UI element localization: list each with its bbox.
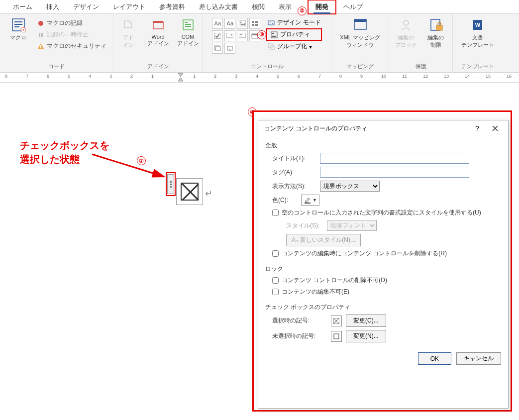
- restrict-icon: [428, 17, 444, 33]
- svg-rect-40: [354, 19, 366, 22]
- xml-mapping-button[interactable]: XML マッピング ウィンドウ: [336, 16, 384, 49]
- group-addins: アド イン Word アドイン COM アドイン アドイン: [113, 14, 203, 72]
- chevron-down-icon: ▼: [312, 198, 317, 203]
- tag-input[interactable]: [320, 167, 469, 178]
- color-picker[interactable]: ▼: [301, 195, 319, 206]
- svg-rect-23: [226, 33, 233, 38]
- tab-home[interactable]: ホーム: [6, 0, 39, 13]
- no-delete-label: コンテンツ コントロールの削除不可(D): [282, 276, 387, 285]
- no-edit-checkbox[interactable]: [272, 289, 279, 295]
- document-template-button[interactable]: W 文書 テンプレート: [458, 16, 498, 49]
- tab-help[interactable]: ヘルプ: [336, 0, 370, 13]
- design-mode-button[interactable]: デザイン モード: [266, 18, 321, 27]
- addin-label: アド イン: [123, 34, 134, 49]
- paint-icon: [304, 197, 311, 204]
- svg-rect-34: [272, 33, 274, 34]
- properties-button[interactable]: ③ プロパティ: [266, 28, 321, 41]
- cancel-button[interactable]: キャンセル: [456, 352, 501, 365]
- style-label: スタイル(S):: [286, 221, 323, 230]
- no-delete-checkbox[interactable]: [272, 277, 279, 284]
- display-select[interactable]: 境界ボックス: [320, 181, 380, 192]
- svg-text:W: W: [475, 22, 481, 28]
- svg-rect-15: [185, 26, 191, 27]
- ribbon-body: マクロ マクロの記録 記録の一時停止 マクロのセキュリティ コード: [0, 14, 519, 73]
- group-protect-label: 保護: [415, 63, 426, 71]
- tab-layout[interactable]: レイアウト: [106, 0, 152, 13]
- com-icon: [180, 17, 196, 33]
- design-mode-label: デザイン モード: [277, 18, 320, 27]
- svg-point-41: [404, 20, 409, 25]
- dialog-help-button[interactable]: ?: [468, 121, 486, 135]
- building-block-control[interactable]: [249, 18, 260, 29]
- content-control-handle[interactable]: [167, 174, 174, 194]
- svg-rect-11: [153, 21, 163, 23]
- restrict-label: 編集の 制限: [427, 34, 444, 49]
- group-addins-label: アドイン: [147, 63, 169, 71]
- svg-rect-30: [215, 47, 220, 51]
- macro-security-button[interactable]: マクロのセキュリティ: [35, 41, 108, 51]
- tab-developer[interactable]: 開発: [308, 0, 336, 14]
- plain-text-control[interactable]: Aa: [224, 18, 235, 29]
- change-unchecked-button[interactable]: 変更(N)...: [346, 330, 386, 342]
- tag-label: タグ(A):: [272, 168, 316, 177]
- record-macro-button[interactable]: マクロの記録: [35, 18, 108, 28]
- macro-icon: [10, 17, 26, 33]
- pause-icon: [37, 31, 45, 39]
- store-icon: [150, 17, 166, 33]
- svg-rect-14: [185, 24, 191, 25]
- indent-marker[interactable]: [178, 73, 184, 82]
- style-select: 段落フォント: [327, 220, 377, 231]
- marker-3: ③: [257, 30, 266, 39]
- rich-text-control[interactable]: Aa: [212, 18, 223, 29]
- dialog-close-button[interactable]: [486, 121, 504, 135]
- svg-rect-20: [252, 24, 254, 26]
- macros-button[interactable]: マクロ: [5, 16, 32, 41]
- legacy-tools[interactable]: [224, 43, 235, 54]
- tab-review[interactable]: 校閲: [245, 0, 272, 13]
- block-label: 編集の ブロック: [395, 34, 417, 49]
- ok-button[interactable]: OK: [418, 352, 451, 365]
- change-checked-button[interactable]: 変更(C)...: [346, 315, 386, 327]
- dropdown-control[interactable]: [237, 30, 248, 41]
- tab-view[interactable]: 表示: [272, 0, 299, 13]
- remove-on-edit-checkbox[interactable]: [272, 250, 279, 257]
- svg-rect-49: [334, 334, 339, 339]
- section-lock: ロック: [265, 265, 501, 273]
- block-icon: [398, 17, 414, 33]
- repeating-control[interactable]: [212, 43, 223, 54]
- title-input[interactable]: [320, 153, 469, 164]
- xml-label: XML マッピング ウィンドウ: [340, 34, 380, 49]
- group-template-label: テンプレート: [461, 63, 494, 71]
- svg-rect-22: [214, 33, 220, 39]
- checkbox-control[interactable]: [212, 30, 223, 41]
- group-protect: 編集の ブロック 編集の 制限 保護: [389, 14, 453, 72]
- svg-rect-26: [240, 36, 242, 36]
- properties-label: プロパティ: [280, 30, 310, 39]
- display-label: 表示方法(S):: [272, 182, 316, 191]
- xml-icon: [352, 17, 368, 33]
- use-style-checkbox[interactable]: [272, 210, 279, 216]
- chevron-down-icon: ▾: [309, 43, 312, 50]
- combobox-control[interactable]: [224, 30, 235, 41]
- warning-icon: [37, 42, 45, 50]
- tab-mailings[interactable]: 差し込み文書: [192, 0, 245, 13]
- word-addins-button[interactable]: Word アドイン: [145, 16, 172, 47]
- svg-rect-8: [40, 45, 41, 47]
- group-controls: Aa Aa デザイン モード ③ プロパティ: [203, 14, 331, 72]
- dialog-titlebar: コンテンツ コントロールのプロパティ ?: [258, 120, 508, 136]
- restrict-editing-button[interactable]: 編集の 制限: [422, 16, 449, 49]
- com-addins-button[interactable]: COM アドイン: [175, 16, 202, 47]
- svg-rect-7: [41, 33, 43, 37]
- annotation-arrow: [87, 149, 172, 184]
- svg-rect-3: [14, 26, 19, 27]
- svg-rect-1: [14, 21, 22, 22]
- svg-rect-31: [227, 46, 232, 50]
- horizontal-ruler[interactable]: 8765432112345678910111213141516: [0, 73, 519, 83]
- group-icon: [267, 43, 275, 51]
- group-mapping: XML マッピング ウィンドウ マッピング: [331, 14, 389, 72]
- tab-references[interactable]: 参考資料: [152, 0, 192, 13]
- checkbox-content-control[interactable]: [176, 178, 203, 205]
- picture-control[interactable]: [237, 18, 248, 29]
- tab-insert[interactable]: 挿入: [39, 0, 66, 13]
- tab-design[interactable]: デザイン: [66, 0, 106, 13]
